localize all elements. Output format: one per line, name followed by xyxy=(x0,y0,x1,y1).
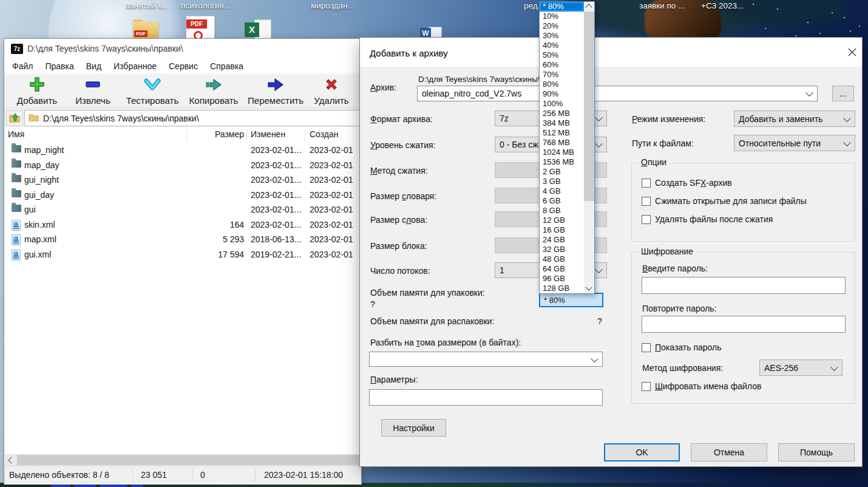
checkbox[interactable] xyxy=(642,197,651,206)
dropdown-scrollbar[interactable] xyxy=(584,2,594,293)
table-row[interactable]: map.xml 5 293 2018-06-13... 2023-02-01 xyxy=(4,233,361,248)
desktop-shortcut-label[interactable]: заявки по ... xyxy=(639,1,685,10)
repeat-password-input[interactable] xyxy=(642,316,846,333)
encryption-method-combobox[interactable]: AES-256 xyxy=(759,359,843,376)
horizontal-scrollbar[interactable] xyxy=(5,454,361,466)
dropdown-item[interactable]: 50% xyxy=(540,50,584,60)
menu-item[interactable]: Избранное xyxy=(107,61,163,71)
word-file-icon[interactable]: W xyxy=(420,27,442,39)
dropdown-item[interactable]: 10% xyxy=(540,12,584,21)
dropdown-item[interactable]: 96 GB xyxy=(540,274,584,284)
scroll-down-icon[interactable] xyxy=(585,284,592,290)
scrollbar-thumb[interactable] xyxy=(17,455,359,465)
encrypt-names-checkbox[interactable] xyxy=(642,382,651,391)
add-button[interactable]: Добавить xyxy=(9,75,65,107)
checkbox[interactable] xyxy=(642,215,651,224)
chevron-down-icon[interactable] xyxy=(805,89,813,97)
dropdown-item[interactable]: 20% xyxy=(540,21,584,31)
dropdown-item[interactable]: 1024 MB xyxy=(540,148,584,157)
chevron-down-icon[interactable] xyxy=(595,265,603,273)
pdf-folder-icon[interactable]: PDF xyxy=(133,22,158,38)
update-mode-combobox[interactable]: Добавить и заменить xyxy=(734,111,855,127)
scroll-left-button[interactable] xyxy=(5,454,16,466)
dropdown-item[interactable]: 256 MB xyxy=(540,109,584,118)
table-row[interactable]: gui_night 2023-02-01... 2023-02-01 xyxy=(4,173,361,188)
table-row[interactable]: map_night 2023-02-01... 2023-02-01 xyxy=(4,143,361,158)
password-input[interactable] xyxy=(642,277,846,294)
desktop-shortcut-label[interactable]: мироздан... xyxy=(311,1,354,10)
chevron-down-icon[interactable] xyxy=(595,114,603,121)
dropdown-item[interactable]: 30% xyxy=(540,31,584,41)
chevron-down-icon[interactable] xyxy=(591,355,598,363)
excel-file-icon[interactable]: X xyxy=(245,19,271,40)
test-button[interactable]: Тестировать xyxy=(121,75,184,107)
table-row[interactable]: map_day 2023-02-01... 2023-02-01 xyxy=(4,158,361,174)
dropdown-item[interactable]: 384 MB xyxy=(540,118,584,128)
dropdown-item[interactable]: 2 GB xyxy=(540,167,584,177)
menu-item[interactable]: Справка xyxy=(204,61,249,71)
browse-button[interactable]: ... xyxy=(832,86,854,101)
dropdown-item[interactable]: 12 GB xyxy=(540,216,584,225)
dropdown-item[interactable]: * 80% xyxy=(540,2,584,12)
dropdown-item[interactable]: 16 GB xyxy=(540,225,584,235)
close-button[interactable] xyxy=(844,46,860,61)
copy-button[interactable]: Копировать xyxy=(184,75,243,107)
path-mode-combobox[interactable]: Относительные пути xyxy=(734,135,855,151)
scrollbar-thumb[interactable] xyxy=(584,12,594,201)
dropdown-item[interactable]: 40% xyxy=(540,41,584,50)
menu-item[interactable]: Сервис xyxy=(163,61,204,71)
table-row[interactable]: skin.xml 164 2023-02-01... 2023-02-01 xyxy=(4,218,361,233)
dialog-titlebar[interactable]: Добавить к архиву xyxy=(360,38,862,67)
menu-item[interactable]: Правка xyxy=(39,61,80,71)
chevron-down-icon[interactable] xyxy=(843,114,851,122)
address-bar[interactable]: D:\для Teyes\skins 7ways\скины\правки\ xyxy=(24,110,361,126)
column-header-created[interactable]: Создан xyxy=(310,129,339,139)
scroll-up-icon[interactable] xyxy=(585,4,592,10)
dropdown-item[interactable]: 48 GB xyxy=(540,254,584,264)
checkbox[interactable] xyxy=(642,179,651,188)
dropdown-item[interactable]: 60% xyxy=(540,60,584,70)
column-header-modified[interactable]: Изменен xyxy=(251,129,285,139)
column-divider[interactable] xyxy=(186,129,187,141)
dropdown-item[interactable]: 8 GB xyxy=(540,206,584,216)
menu-item[interactable]: Файл xyxy=(6,61,39,71)
chevron-down-icon[interactable] xyxy=(843,138,851,146)
column-header-size[interactable]: Размер xyxy=(150,129,244,139)
chevron-down-icon[interactable] xyxy=(830,363,838,371)
memory-pack-combobox[interactable]: * 80% xyxy=(539,293,603,307)
dropdown-item[interactable]: 64 GB xyxy=(540,264,584,274)
column-header-name[interactable]: Имя xyxy=(8,129,24,139)
parent-folder-button[interactable] xyxy=(6,111,23,126)
settings-button[interactable]: Настройки xyxy=(381,419,446,437)
archive-name-combobox[interactable]: oleinap_nitro_cod_V2.7ws xyxy=(417,86,818,101)
dropdown-item[interactable]: 70% xyxy=(540,70,584,80)
column-divider[interactable] xyxy=(305,129,305,141)
extract-button[interactable]: Извлечь xyxy=(65,75,121,107)
chevron-down-icon[interactable] xyxy=(595,140,603,148)
dropdown-item[interactable]: 6 GB xyxy=(540,196,584,206)
table-row[interactable]: gui 2023-02-01... 2023-02-01 xyxy=(4,203,361,218)
dropdown-item[interactable]: 90% xyxy=(540,89,584,99)
split-volumes-combobox[interactable] xyxy=(369,352,603,367)
show-password-checkbox[interactable] xyxy=(642,343,651,352)
dropdown-item[interactable]: 3 GB xyxy=(540,177,584,186)
desktop-shortcut-label[interactable]: +С3 2023... xyxy=(701,1,744,10)
window-titlebar[interactable]: 7z D:\для Teyes\skins 7ways\скины\правки… xyxy=(4,39,361,59)
cancel-button[interactable]: Отмена xyxy=(691,443,767,461)
dropdown-item[interactable]: 512 MB xyxy=(540,128,584,138)
parameters-input[interactable] xyxy=(369,389,603,406)
column-divider[interactable] xyxy=(246,129,247,141)
dropdown-item[interactable]: 4 GB xyxy=(540,186,584,196)
pdf-file-icon[interactable]: PDF xyxy=(186,16,215,40)
delete-button[interactable]: Удалить xyxy=(308,75,355,107)
dropdown-item[interactable]: 768 MB xyxy=(540,138,584,148)
move-button[interactable]: Переместить xyxy=(243,75,308,107)
dropdown-item[interactable]: 80% xyxy=(540,80,584,89)
dropdown-item[interactable]: 100% xyxy=(540,99,584,109)
dropdown-item[interactable]: 128 GB xyxy=(540,284,584,293)
desktop-shortcut-label[interactable]: психология... xyxy=(181,1,231,10)
menu-item[interactable]: Вид xyxy=(80,61,107,71)
table-row[interactable]: gui_day 2023-02-01... 2023-02-01 xyxy=(4,188,361,203)
dropdown-item[interactable]: 1536 MB xyxy=(540,157,584,167)
dropdown-item[interactable]: 24 GB xyxy=(540,235,584,245)
